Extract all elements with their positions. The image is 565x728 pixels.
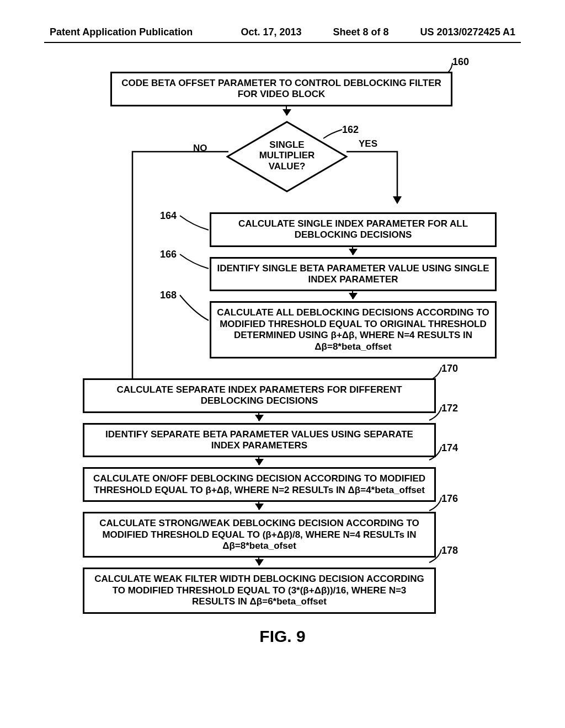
- ref-166: 166: [160, 249, 177, 260]
- arrow-n1-n2: [258, 413, 259, 421]
- box-calc-all-deblocking: CALCULATE ALL DEBLOCKING DECISIONS ACCOR…: [210, 301, 497, 358]
- box-calc-onoff-deblocking: CALCULATE ON/OFF DEBLOCKING DECISION ACC…: [83, 467, 436, 502]
- box-code-beta-offset: CODE BETA OFFSET PARAMETER TO CONTROL DE…: [110, 72, 452, 106]
- ref-162: 162: [342, 124, 359, 136]
- header-mid1: Oct. 17, 2013: [241, 26, 301, 38]
- label-no: NO: [193, 143, 207, 154]
- header-left: Patent Application Publication: [50, 26, 193, 38]
- ref-176: 176: [441, 493, 458, 505]
- arrow-n4-n5: [258, 558, 259, 565]
- box-calc-separate-index: CALCULATE SEPARATE INDEX PARAMETERS FOR …: [83, 378, 436, 413]
- diamond-line1: SINGLE: [226, 140, 348, 151]
- flowchart: 160 CODE BETA OFFSET PARAMETER TO CONTRO…: [55, 72, 510, 646]
- arrow-top-to-diamond: [286, 106, 287, 115]
- diamond-line3: VALUE?: [226, 161, 348, 172]
- ref-170: 170: [441, 363, 458, 374]
- ref-172: 172: [441, 403, 458, 414]
- ref-168: 168: [160, 290, 177, 301]
- arrow-y1-y2: [352, 247, 353, 255]
- decision-single-multiplier: SINGLE MULTIPLIER VALUE? NO YES 162: [226, 121, 348, 192]
- ref-160: 160: [452, 56, 469, 68]
- box-identify-separate-beta: IDENTIFY SEPARATE BETA PARAMETER VALUES …: [83, 423, 436, 458]
- no-branch-group: 170 CALCULATE SEPARATE INDEX PARAMETERS …: [55, 378, 510, 614]
- ref-174: 174: [441, 442, 458, 454]
- box-identify-single-beta: IDENTIFY SINGLE BETA PARAMETER VALUE USI…: [210, 257, 497, 292]
- arrow-n2-n3: [258, 457, 259, 465]
- label-yes: YES: [359, 138, 377, 149]
- diamond-line2: MULTIPLIER: [226, 150, 348, 161]
- box-calc-strongweak-deblocking: CALCULATE STRONG/WEAK DEBLOCKING DECISIO…: [83, 512, 436, 558]
- arrow-n3-n4: [258, 502, 259, 510]
- header-rule: [44, 42, 521, 43]
- box-calc-weak-filter-width: CALCULATE WEAK FILTER WIDTH DEBLOCKING D…: [83, 568, 436, 613]
- ref-178: 178: [441, 545, 458, 556]
- figure-caption: FIG. 9: [0, 627, 565, 646]
- box-calc-single-index: CALCULATE SINGLE INDEX PARAMETER FOR ALL…: [210, 212, 497, 247]
- page-header: Patent Application Publication Oct. 17, …: [0, 26, 565, 38]
- diamond-text: SINGLE MULTIPLIER VALUE?: [226, 140, 348, 172]
- header-right: US 2013/0272425 A1: [420, 26, 515, 38]
- yes-branch-group: 164 CALCULATE SINGLE INDEX PARAMETER FOR…: [55, 212, 510, 358]
- arrow-y2-y3: [352, 291, 353, 299]
- ref-164: 164: [160, 210, 177, 222]
- header-mid2: Sheet 8 of 8: [333, 26, 388, 38]
